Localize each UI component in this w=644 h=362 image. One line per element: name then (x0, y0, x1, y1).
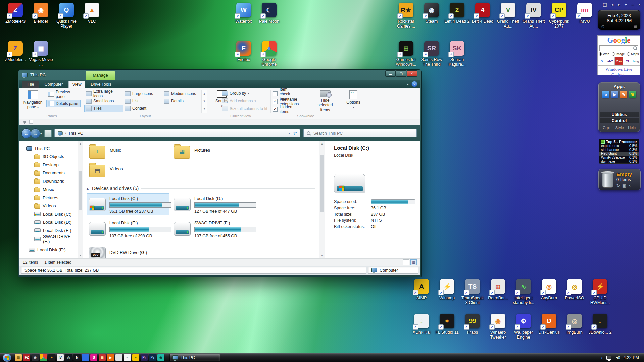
nav-tree-item[interactable]: Music (19, 186, 77, 194)
taskbar-pinned-app[interactable]: ✶ (48, 354, 55, 361)
taskbar-pinned-app[interactable]: N (73, 354, 81, 361)
address-dropdown-icon[interactable]: ▾ (288, 131, 290, 135)
desktop-icon[interactable]: ◌ ↗ XLink Kai (409, 314, 434, 340)
desktop-icon[interactable]: ◎ ↗ ImgBurn (562, 314, 587, 340)
tab-computer[interactable]: Computer (40, 81, 67, 88)
taskbar-pinned-app[interactable]: ◉ (32, 354, 39, 361)
group-header[interactable]: ▲ Devices and drives (5) (86, 186, 315, 191)
calendar-icon[interactable]: ▦ (634, 24, 637, 28)
tab-view[interactable]: View (68, 81, 85, 88)
desktop-icon[interactable]: Q ↗ QuickTime Player (54, 3, 79, 29)
gadget-dock-button-icon[interactable]: ▸ (618, 2, 620, 7)
taskbar-pinned-app[interactable]: ✶ (132, 354, 139, 361)
apps-gadget-footer-link[interactable]: Style (615, 126, 624, 130)
nav-item-this-pc[interactable]: This PC (19, 144, 77, 153)
desktop-icon[interactable]: ☾ ↗ Pale Moon (256, 3, 282, 24)
nav-tree-item[interactable]: Downloads (19, 177, 77, 186)
layout-option[interactable]: Medium icons (162, 90, 201, 97)
taskbar-window-button[interactable]: This PC (169, 354, 220, 361)
desktop-icon[interactable]: CP ↗ Cyberpunk 2077 (546, 3, 572, 29)
close-button[interactable]: ✕ (407, 70, 417, 77)
taskbar-pinned-app[interactable]: FZ (23, 354, 30, 361)
apps-gadget-section[interactable]: Utilities (600, 112, 639, 117)
back-button[interactable]: ← (21, 128, 31, 138)
search-engine-button[interactable]: G (598, 57, 606, 65)
desktop-icon[interactable]: im ↗ IMVU (572, 3, 597, 29)
search-scope-radio[interactable]: Web (599, 52, 609, 56)
taskbar-pinned-app[interactable]: S (90, 354, 97, 361)
desktop-icon[interactable]: 99 ↗ Fraps (460, 314, 485, 340)
tray-expand-icon[interactable]: ‹ (601, 355, 603, 360)
forward-button[interactable]: → (31, 128, 40, 138)
taskbar-pinned-app[interactable]: Ps (149, 354, 156, 361)
gadget-dock-button-icon[interactable]: × (638, 2, 641, 7)
collapse-group-icon[interactable]: ▲ (86, 187, 89, 190)
desktop-icon[interactable]: ◎ ↗ PowerISO (562, 279, 587, 305)
tab-drive-tools[interactable]: Drive Tools (87, 81, 115, 88)
desktop-icon[interactable]: ◉ ↗ Winaero Tweaker (485, 314, 511, 340)
recycle-action-icon[interactable]: ▣ (622, 183, 626, 188)
nav-tree-item[interactable]: Local Disk (C:) (19, 210, 77, 218)
taskbar-pinned-app[interactable]: ● (40, 354, 47, 361)
nav-tree-item[interactable]: Videos (19, 202, 77, 210)
tray-clock[interactable]: 4:22 PM (623, 355, 639, 360)
search-scope-radio[interactable]: Maps (627, 52, 639, 56)
app-launcher-icon[interactable]: e (602, 91, 609, 98)
start-button[interactable] (3, 354, 11, 362)
gadget-dock-button-icon[interactable]: ◂ (611, 2, 614, 7)
folder-item[interactable]: ♪ Music (88, 144, 171, 162)
icons-view-toggle[interactable]: ▦ (410, 259, 417, 265)
app-launcher-icon[interactable]: ♛ (629, 91, 636, 98)
minimize-button[interactable]: ▬ (385, 70, 396, 77)
tab-manage[interactable]: Manage (86, 71, 115, 80)
collapse-ribbon-icon[interactable]: ▴ (407, 82, 409, 86)
desktop-icon[interactable]: ▲ ↗ VLC (79, 3, 105, 29)
scrollbar-thumb[interactable] (320, 155, 324, 212)
desktop-icon[interactable]: IV ↗ Grand Theft Au... (521, 3, 546, 29)
desktop-icon[interactable]: ⊞ ↗ RetroBar... (485, 279, 511, 305)
recycle-action-icon[interactable]: ↻ (616, 183, 620, 188)
taskbar-pinned-app[interactable] (82, 354, 89, 361)
desktop-icon[interactable]: ⚡ ↗ Winamp (434, 279, 460, 305)
desktop-icon[interactable]: SR ↗ Saints Row The Third (419, 41, 444, 67)
nav-tree-item[interactable]: Pictures (19, 194, 77, 202)
desktop-icon[interactable]: ✶ ↗ FL Studio 11 (434, 314, 460, 340)
taskbar-pinned-app[interactable]: IV (57, 354, 64, 361)
desktop-icon[interactable]: A ↗ AIMP (409, 279, 434, 305)
app-launcher-icon[interactable]: ▶ (611, 91, 618, 98)
desktop-icon[interactable]: W ↗ Waterfox (231, 3, 256, 24)
nav-tree-item[interactable]: 3D Objects (19, 153, 77, 161)
gallery-scrollbar[interactable]: ▲▼▼ (201, 90, 207, 113)
search-input[interactable] (313, 131, 413, 136)
recycle-action-icon[interactable]: × (628, 183, 631, 188)
desktop-icon[interactable]: ↓ ↗ JDownlo... 2 (587, 314, 613, 340)
drive-item[interactable]: Local Disk (E:) 107 GB free of 298 GB (87, 218, 169, 240)
desktop-icon[interactable]: ∿ ↗ Intelligent standby li... (511, 279, 536, 305)
nav-tree-item[interactable]: Documents (19, 169, 77, 177)
folder-item[interactable]: ▦ Pictures (172, 144, 255, 162)
group-by-button[interactable]: Group by▾ (222, 90, 249, 96)
desktop-icon[interactable]: V ↗ Grand Theft Au... (495, 3, 521, 29)
search-engine-button[interactable]: You (615, 57, 623, 65)
search-box[interactable] (303, 129, 417, 137)
drive-item[interactable]: Local Disk (D:) 127 GB free of 447 GB (171, 193, 254, 215)
hide-selected-items-button[interactable]: Hide selected items (312, 89, 338, 113)
desktop-icon[interactable]: R★ ↗ Rockstar Games ... (393, 3, 419, 29)
scrollbar-thumb[interactable] (79, 171, 82, 210)
desktop-icon[interactable]: D ↗ DiskGenius (536, 314, 562, 340)
taskbar-pinned-app[interactable]: Pr (141, 354, 148, 361)
tab-file[interactable]: File (22, 81, 39, 88)
layout-option[interactable]: Large icons (123, 90, 162, 97)
desktop-icon[interactable]: Z ↗ ZModeler3 (3, 3, 28, 29)
nav-tree-item[interactable]: Desktop (19, 161, 77, 169)
layout-option[interactable]: List (123, 97, 162, 105)
taskbar-pinned-app[interactable] (115, 354, 122, 361)
taskbar-pinned-app[interactable]: ≡ (124, 354, 131, 361)
maximize-button[interactable]: ▢ (396, 70, 406, 77)
layout-option[interactable]: Tiles (84, 105, 123, 112)
layout-option[interactable]: Small icons (84, 97, 123, 105)
apps-gadget-footer-link[interactable]: Help (628, 126, 636, 130)
taskbar-pinned-app[interactable]: ▤ (15, 354, 22, 361)
search-engine-button[interactable]: ebY (606, 57, 614, 65)
nav-tree-item[interactable]: SWAG DRIVE (F:) (19, 235, 77, 243)
